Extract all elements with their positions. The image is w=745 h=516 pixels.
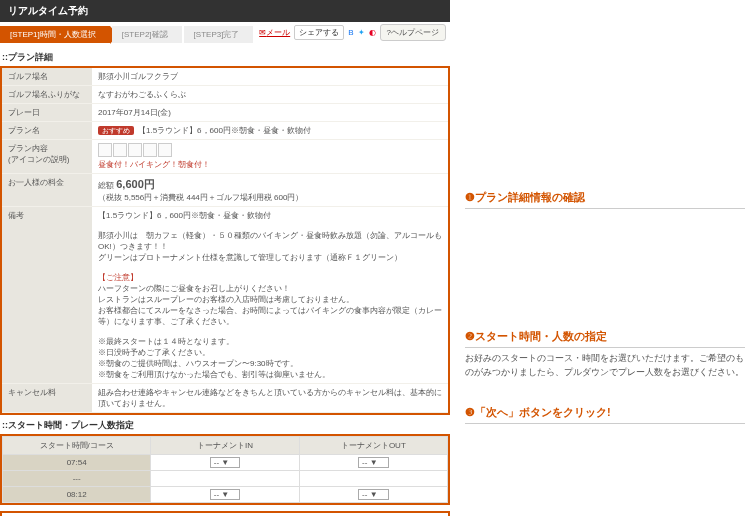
price-prefix: 総額 (98, 181, 114, 190)
next-bar: 次へ (0, 511, 450, 516)
social-twitter-icon[interactable]: ✦ (358, 28, 365, 37)
value-course: 那須小川ゴルフクラブ (92, 68, 448, 86)
callout-3: ❸「次へ」ボタンをクリック! (465, 405, 745, 424)
label-cancel: キャンセル料 (2, 384, 92, 413)
plan-badge: おすすめ (98, 126, 134, 135)
value-content: 昼食付！バイキング！朝食付！ (98, 160, 210, 169)
select-out-0812[interactable]: -- ▼ (358, 489, 388, 500)
step-bar: [STEP1]時間・人数選択 [STEP2]確認 [STEP3]完了 ✉メール … (0, 22, 450, 47)
label-kana: ゴルフ場名ふりがな (2, 86, 92, 104)
time-gap: --- (3, 471, 151, 487)
callout-1: ❶プラン詳細情報の確認 (465, 190, 745, 209)
tee-time-box: スタート時間/コース トーナメントIN トーナメントOUT 07:54 -- ▼… (0, 434, 450, 505)
time-0812: 08:12 (3, 487, 151, 503)
value-cancel: 組み合わせ連絡やキャンセル連絡などをきちんと頂いている方からのキャンセル料は、基… (92, 384, 448, 413)
select-in-0812[interactable]: -- ▼ (210, 489, 240, 500)
col-in: トーナメントIN (151, 437, 299, 455)
table-row: 07:54 -- ▼ -- ▼ (3, 455, 448, 471)
page-header: リアルタイム予約 (0, 0, 450, 22)
value-date: 2017年07月14日(金) (92, 104, 448, 122)
callout-2: ❷スタート時間・人数の指定 お好みのスタートのコース・時間をお選びいただけます。… (465, 329, 745, 379)
table-row: --- (3, 471, 448, 487)
label-plan: プラン名 (2, 122, 92, 140)
plan-detail-box: ゴルフ場名那須小川ゴルフクラブ ゴルフ場名ふりがななすおがわごるふくらぶ プレー… (0, 66, 450, 415)
price-note: （税抜 5,556円＋消費税 444円＋ゴルフ場利用税 600円） (98, 193, 303, 202)
label-course: ゴルフ場名 (2, 68, 92, 86)
step-3[interactable]: [STEP3]完了 (184, 26, 254, 43)
social-other-icon[interactable]: ◐ (369, 28, 376, 37)
plan-detail-title: ::プラン詳細 (2, 51, 450, 64)
label-notes: 備考 (2, 207, 92, 384)
social-b-icon[interactable]: B (348, 28, 353, 37)
help-button[interactable]: ?ヘルプページ (380, 24, 446, 41)
step-2[interactable]: [STEP2]確認 (112, 26, 182, 43)
label-price: お一人様の料金 (2, 174, 92, 207)
table-row: 08:12 -- ▼ -- ▼ (3, 487, 448, 503)
label-date: プレー日 (2, 104, 92, 122)
plan-icons (98, 143, 442, 159)
mail-link[interactable]: ✉メール (259, 27, 290, 38)
value-plan: 【1.5ラウンド】6，600円※朝食・昼食・飲物付 (138, 126, 311, 135)
toolbar: ✉メール シェアする B ✦ ◐ ?ヘルプページ (259, 24, 446, 41)
step-1[interactable]: [STEP1]時間・人数選択 (0, 26, 110, 43)
value-kana: なすおがわごるふくらぶ (92, 86, 448, 104)
tee-time-title: ::スタート時間・プレー人数指定 (2, 419, 450, 432)
share-button[interactable]: シェアする (294, 25, 344, 40)
select-in-0754[interactable]: -- ▼ (210, 457, 240, 468)
label-content: プラン内容(アイコンの説明) (2, 140, 92, 174)
value-notes: 【1.5ラウンド】6，600円※朝食・昼食・飲物付 那須小川は 朝カフェ（軽食）… (92, 207, 448, 384)
time-0754: 07:54 (3, 455, 151, 471)
value-price: 6,600円 (116, 178, 155, 190)
col-out: トーナメントOUT (299, 437, 447, 455)
select-out-0754[interactable]: -- ▼ (358, 457, 388, 468)
col-time: スタート時間/コース (3, 437, 151, 455)
